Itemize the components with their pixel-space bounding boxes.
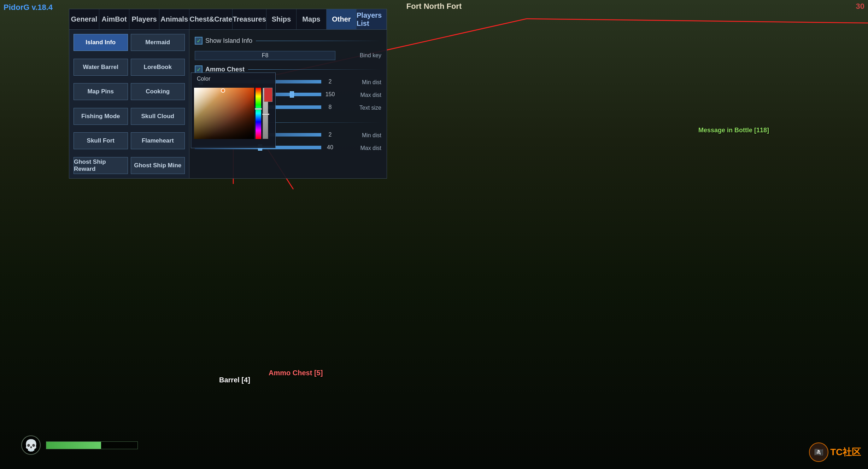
corner-brand: 🏴‍☠️ TC社区 [809, 442, 861, 462]
bind-key-input[interactable]: F8 [195, 51, 335, 60]
color-cursor [221, 88, 225, 93]
brand-text: TC社区 [830, 446, 861, 458]
ammo-chest-section-line [248, 69, 381, 70]
bind-key-row: F8 Bind key [195, 50, 381, 61]
color-hue-cursor [255, 108, 262, 110]
left-sidebar: Island Info Mermaid Water Barrel LoreBoo… [69, 30, 189, 178]
show-island-info-checkbox[interactable]: ✓ [195, 37, 203, 45]
barrel-min-dist-label: Min dist [339, 132, 381, 139]
sidebar-btn-skull-cloud[interactable]: Skull Cloud [131, 108, 185, 125]
sidebar-btn-lorebook[interactable]: LoreBook [131, 59, 185, 76]
sidebar-btn-ghost-ship-reward[interactable]: Ghost Ship Reward [74, 157, 128, 174]
sidebar-btn-island-info[interactable]: Island Info [74, 34, 128, 51]
ammo-chest-ingame-label: Ammo Chest [5] [269, 369, 323, 377]
show-island-info-checkbox-container: ✓ Show Island Info [195, 37, 252, 45]
tab-other[interactable]: Other [327, 9, 357, 29]
hud-health-bar [46, 441, 138, 449]
sidebar-btn-mermaid[interactable]: Mermaid [131, 34, 185, 51]
tab-maps[interactable]: Maps [297, 9, 327, 29]
tab-general[interactable]: General [69, 9, 99, 29]
sidebar-btn-skull-fort[interactable]: Skull Fort [74, 132, 128, 149]
barrel-max-dist-label: Max dist [339, 145, 381, 151]
ammo-chest-checkbox[interactable]: ✓ [195, 65, 203, 73]
corner-number: 30 [856, 2, 864, 11]
barrel-max-dist-value: 40 [325, 144, 335, 151]
ammo-chest-max-dist-thumb[interactable] [290, 91, 294, 98]
color-alpha-cursor [262, 114, 269, 115]
ammo-chest-text-size-label: Text size [339, 105, 381, 111]
show-island-info-label: Show Island Info [205, 37, 252, 45]
tab-animals[interactable]: Animals [159, 9, 189, 29]
hud-health-fill [46, 442, 101, 449]
tab-treasures[interactable]: Treasures [233, 9, 266, 29]
show-island-info-row: ✓ Show Island Info [195, 35, 381, 46]
sidebar-btn-ghost-ship-mine[interactable]: Ghost Ship Mine [131, 157, 185, 174]
ammo-chest-text-size-value: 8 [325, 104, 335, 110]
sidebar-btn-cooking[interactable]: Cooking [131, 83, 185, 100]
message-bottle-label: Message in Bottle [118] [698, 127, 769, 134]
barrel-min-dist-value: 2 [325, 132, 335, 138]
sidebar-btn-flameheart[interactable]: Flameheart [131, 132, 185, 149]
ammo-chest-title: Ammo Chest [205, 66, 245, 73]
sidebar-btn-map-pins[interactable]: Map Pins [74, 83, 128, 100]
color-gradient-area[interactable] [193, 86, 274, 146]
ammo-chest-min-dist-value: 2 [325, 79, 335, 85]
sidebar-btn-water-barrel[interactable]: Water Barrel [74, 59, 128, 76]
tab-ships[interactable]: Ships [266, 9, 297, 29]
game-title: Fort North Fort [406, 2, 462, 11]
ammo-chest-min-dist-label: Min dist [339, 79, 381, 86]
version-label: PidorG v.18.4 [4, 3, 53, 12]
color-picker-label: Color [194, 74, 213, 83]
color-saturation-brightness[interactable] [194, 88, 254, 139]
color-preview-swatch [264, 88, 272, 102]
color-gradient-overlay [194, 88, 254, 139]
hud-skull-icon: 💀 [21, 435, 41, 455]
sidebar-btn-fishing-mode[interactable]: Fishing Mode [74, 108, 128, 125]
color-hue-bar[interactable] [256, 88, 261, 139]
tab-aimbot[interactable]: AimBot [99, 9, 129, 29]
ammo-chest-max-dist-label: Max dist [339, 92, 381, 98]
separator-line [256, 41, 381, 41]
tab-chest-crate[interactable]: Chest&Crate [189, 9, 233, 29]
hud-health-container: 💀 [21, 435, 138, 455]
barrel-ingame-label: Barrel [4] [219, 376, 250, 384]
brand-logo: 🏴‍☠️ [809, 442, 828, 462]
tab-players-list[interactable]: Players List [357, 9, 387, 29]
tab-players[interactable]: Players [129, 9, 159, 29]
color-picker: Color [191, 73, 276, 148]
tab-bar: General AimBot Players Animals Chest&Cra… [69, 9, 387, 30]
ammo-chest-max-dist-value: 150 [325, 91, 335, 98]
bind-key-label: Bind key [339, 52, 381, 59]
